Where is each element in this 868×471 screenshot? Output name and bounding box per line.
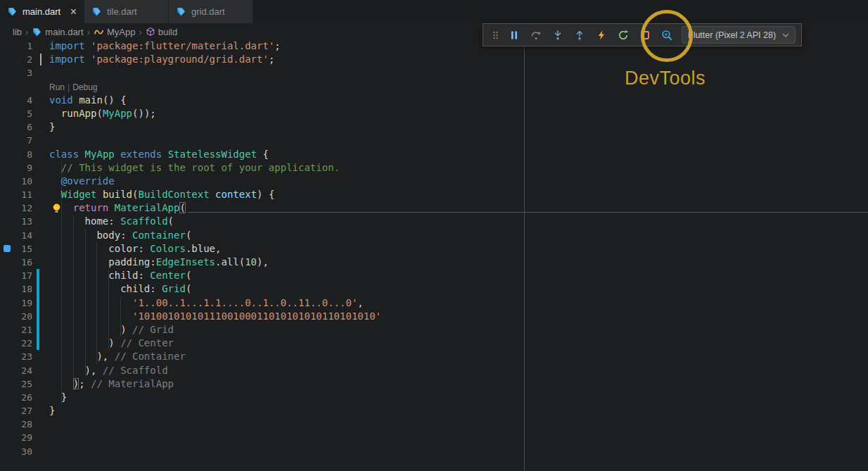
restart-icon <box>618 30 629 41</box>
line-number: 21 <box>0 323 32 337</box>
step-out-icon <box>574 30 585 41</box>
hot-reload-button[interactable] <box>592 26 611 44</box>
grip-icon <box>492 30 499 41</box>
pause-button[interactable] <box>505 26 523 44</box>
code-row-11: 11 Widget build(BuildContext context) { <box>0 188 868 201</box>
code-line-text[interactable]: } <box>49 120 55 134</box>
code-row-28: 28 <box>0 417 868 431</box>
modified-line-indicator <box>37 310 39 323</box>
tab-grid-dart[interactable]: grid.dart <box>169 0 253 23</box>
breadcrumb-item-build[interactable]: build <box>146 27 177 37</box>
line-number: 8 <box>0 148 32 161</box>
gutter-marker-square[interactable] <box>4 245 11 252</box>
code-row-17: 17 child: Center( <box>0 269 868 282</box>
line-number: 19 <box>0 296 32 310</box>
step-into-button[interactable] <box>549 26 567 44</box>
codelens-run-link[interactable]: Run <box>49 82 65 92</box>
breadcrumb-separator: › <box>25 27 28 37</box>
close-icon[interactable]: × <box>70 7 77 17</box>
code-row-3: 3 <box>0 66 868 80</box>
code-line-text[interactable]: ); // MaterialApp <box>49 377 174 391</box>
dart-icon <box>7 6 18 17</box>
code-row-24: 24 ), // Scaffold <box>0 364 868 377</box>
code-line-text[interactable]: @override <box>49 175 115 188</box>
drag-handle[interactable] <box>489 26 502 44</box>
line-number: 17 <box>0 269 32 282</box>
line-number: 28 <box>0 417 32 431</box>
code-line-text[interactable]: '101001010101110010001101010101011010101… <box>49 310 381 323</box>
code-line-text[interactable]: ), // Scaffold <box>49 364 168 377</box>
text-cursor <box>40 54 42 65</box>
modified-line-indicator <box>37 282 39 296</box>
step-over-button[interactable] <box>527 26 545 44</box>
codelens-row: Run|Debug <box>0 80 868 94</box>
code-row-27: 27} <box>0 404 868 417</box>
pause-icon <box>509 30 520 41</box>
code-line-text[interactable]: child: Grid( <box>49 282 191 296</box>
code-row-13: 13 home: Scaffold( <box>0 215 868 228</box>
breadcrumb-separator: › <box>87 27 90 37</box>
code-line-text[interactable]: ) // Grid <box>49 323 174 337</box>
line-number: 22 <box>0 337 32 350</box>
tab-tile-dart[interactable]: tile.dart <box>84 0 168 23</box>
code-line-text[interactable]: body: Container( <box>49 229 191 242</box>
code-line-text[interactable]: return MaterialApp( <box>49 201 186 215</box>
code-row-23: 23 ), // Container <box>0 350 868 363</box>
code-line-text[interactable]: child: Center( <box>49 269 191 282</box>
code-row-26: 26 } <box>0 391 868 404</box>
breadcrumb[interactable]: lib› main.dart› MyApp› build <box>0 23 538 40</box>
modified-line-indicator <box>37 323 39 337</box>
code-line-text[interactable]: } <box>49 404 55 417</box>
code-line-text[interactable]: import 'package:flutter/material.dart'; <box>49 39 281 53</box>
code-line-text[interactable]: } <box>49 391 67 404</box>
dart-icon <box>176 6 186 17</box>
code-line-text[interactable]: ), // Container <box>49 350 186 363</box>
modified-line-indicator <box>37 337 39 350</box>
tab-label: grid.dart <box>191 6 225 17</box>
line-number: 16 <box>0 256 32 269</box>
code-line-text[interactable]: color: Colors.blue, <box>49 242 221 256</box>
code-row-15: 15 color: Colors.blue, <box>0 242 868 256</box>
devtools-circle-annotation <box>641 10 693 62</box>
breadcrumb-item-MyApp[interactable]: MyApp <box>94 27 135 37</box>
line-number: 4 <box>0 94 32 107</box>
line-number: 18 <box>0 282 32 296</box>
codelens-debug-link[interactable]: Debug <box>72 82 97 92</box>
breadcrumb-item-main-dart[interactable]: main.dart <box>32 27 83 37</box>
code-line-text[interactable]: '1..00..1...1.1....0..1..0..11..0...0', <box>49 296 364 310</box>
code-row-16: 16 padding:EdgeInsets.all(10), <box>0 256 868 269</box>
method-icon <box>146 27 155 37</box>
restart-button[interactable] <box>614 26 632 44</box>
code-editor[interactable]: 1import 'package:flutter/material.dart';… <box>0 0 868 471</box>
code-rows: 1import 'package:flutter/material.dart';… <box>0 39 868 458</box>
line-number: 29 <box>0 431 32 444</box>
line-number: 25 <box>0 377 32 391</box>
code-row-29: 29 <box>0 431 868 444</box>
line-number: 30 <box>0 445 32 458</box>
code-line-text[interactable]: // This widget is the root of your appli… <box>49 161 340 175</box>
vscode-window: 1import 'package:flutter/material.dart';… <box>0 0 868 471</box>
step-into-icon <box>552 30 563 41</box>
line-number: 9 <box>0 161 32 175</box>
code-row-20: 20 '101001010101110010001101010101011010… <box>0 310 868 323</box>
line-number: 23 <box>0 350 32 363</box>
line-number: 26 <box>0 391 32 404</box>
code-line-text[interactable]: void main() { <box>49 94 127 107</box>
line-number: 1 <box>0 39 32 53</box>
tab-label: main.dart <box>23 6 60 17</box>
device-selector[interactable]: Flutter (Pixel 2 API 28) <box>682 26 796 44</box>
line-number: 2 <box>0 53 32 66</box>
code-line-text[interactable]: Widget build(BuildContext context) { <box>49 188 274 201</box>
tab-main-dart[interactable]: main.dart× <box>0 0 84 23</box>
code-line-text[interactable]: class MyApp extends StatelessWidget { <box>49 148 269 161</box>
class-icon <box>94 27 104 37</box>
code-line-text[interactable]: runApp(MyApp()); <box>49 107 156 120</box>
code-line-text[interactable]: import 'package:playground/grid.dart'; <box>49 53 274 66</box>
code-row-9: 9 // This widget is the root of your app… <box>0 161 868 175</box>
step-out-button[interactable] <box>570 26 589 44</box>
code-line-text[interactable]: ) // Center <box>49 337 174 350</box>
line-number: 24 <box>0 364 32 377</box>
breadcrumb-item-lib[interactable]: lib <box>13 27 22 37</box>
code-line-text[interactable]: padding:EdgeInsets.all(10), <box>49 256 269 269</box>
code-line-text[interactable]: home: Scaffold( <box>49 215 174 228</box>
